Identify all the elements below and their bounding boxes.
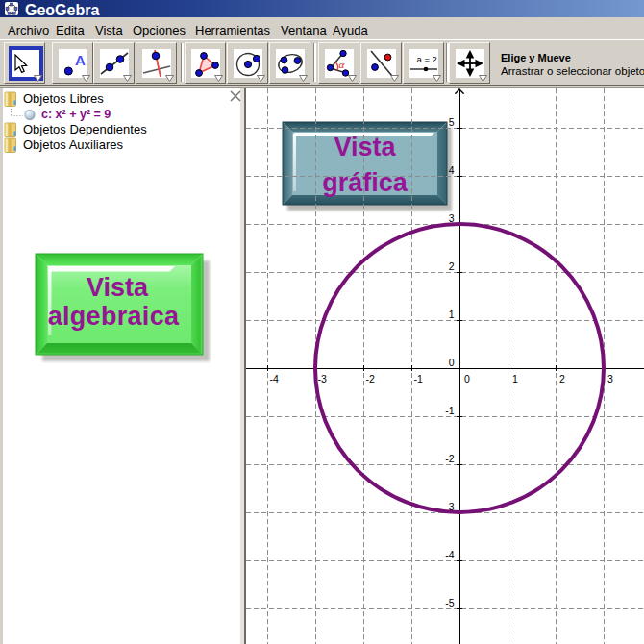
svg-text:4: 4 — [449, 164, 455, 176]
svg-text:2: 2 — [559, 373, 565, 384]
svg-text:2: 2 — [449, 260, 455, 272]
svg-text:-3: -3 — [318, 373, 327, 384]
svg-text:-4: -4 — [270, 373, 279, 384]
svg-text:1: 1 — [449, 309, 455, 320]
svg-text:-2: -2 — [366, 373, 375, 384]
svg-text:0: 0 — [464, 373, 470, 384]
svg-text:α: α — [339, 59, 345, 70]
svg-text:-1: -1 — [445, 405, 454, 416]
svg-text:-4: -4 — [445, 549, 454, 560]
svg-text:-3: -3 — [445, 501, 454, 512]
svg-text:A: A — [75, 52, 86, 68]
svg-text:-5: -5 — [445, 597, 454, 608]
svg-text:-2: -2 — [445, 453, 454, 464]
svg-text:3: 3 — [607, 373, 613, 384]
svg-text:3: 3 — [449, 212, 455, 224]
svg-text:a = 2: a = 2 — [417, 54, 437, 64]
svg-text:5: 5 — [449, 116, 455, 128]
svg-text:0: 0 — [449, 357, 455, 368]
svg-text:-1: -1 — [414, 373, 423, 384]
svg-text:1: 1 — [512, 373, 518, 384]
